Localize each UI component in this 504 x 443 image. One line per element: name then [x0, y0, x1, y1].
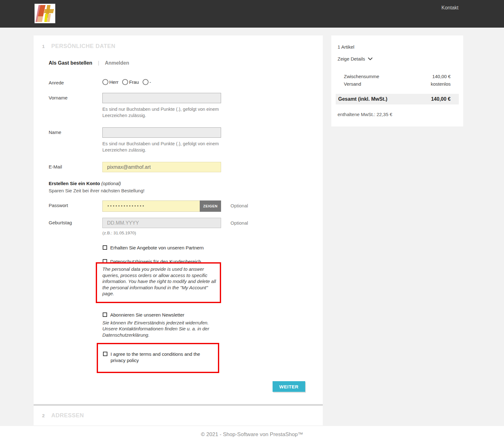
- copyright-text: © 2021 - Shop-Software von PrestaShop™: [201, 431, 303, 438]
- step-personal-data-section: 1 PERSÖNLICHE DATEN Als Gast bestellen |…: [34, 35, 323, 404]
- checkout-main: 1 PERSÖNLICHE DATEN Als Gast bestellen |…: [0, 28, 504, 443]
- partners-offers-row: Erhalten Sie Angebote von unseren Partne…: [102, 245, 323, 251]
- birthday-input[interactable]: [102, 218, 221, 228]
- email-label: E-Mail: [49, 162, 102, 169]
- cart-items-count: 1 Artikel: [338, 44, 463, 50]
- step2-title: ADRESSEN: [51, 412, 84, 419]
- partners-offers-label: Erhalten Sie Angebote von unseren Partne…: [110, 245, 204, 251]
- chevron-down-icon: [368, 57, 372, 60]
- create-account-subtitle: Sparen Sie Zeit bei ihrer nächsten Beste…: [49, 188, 323, 193]
- radio-none-label: -: [149, 79, 151, 85]
- checkout-mode-tabs: Als Gast bestellen | Anmelden: [49, 60, 323, 66]
- step-addresses-section[interactable]: 2 ADRESSEN: [34, 405, 323, 425]
- step1-number: 1: [42, 44, 45, 49]
- newsletter-checkbox[interactable]: [103, 312, 107, 317]
- birthday-optional-label: Optional: [230, 218, 248, 226]
- terms-highlight: I agree to the terms and conditions and …: [97, 343, 219, 373]
- privacy-notice-note: The personal data you provide is used to…: [102, 266, 217, 297]
- firstname-row: Vorname Es sind nur Buchstaben und Punkt…: [49, 93, 323, 119]
- salutation-row: Anrede Herr Frau -: [49, 78, 323, 85]
- tab-login[interactable]: Anmelden: [105, 60, 129, 66]
- subtotal-row: Zwischensumme 140,00 €: [344, 73, 451, 80]
- lastname-hint: Es sind nur Buchstaben und Punkte (.), g…: [102, 141, 221, 153]
- total-label: Gesamt (inkl. MwSt.): [338, 96, 387, 102]
- partners-offers-checkbox[interactable]: [103, 245, 107, 250]
- password-input[interactable]: [102, 200, 200, 212]
- email-row: E-Mail: [49, 162, 323, 172]
- show-password-button[interactable]: ZEIGEN: [200, 200, 221, 212]
- password-label: Passwort: [49, 200, 102, 208]
- tab-order-as-guest[interactable]: Als Gast bestellen: [49, 60, 92, 66]
- privacy-note-highlight: The personal data you provide is used to…: [96, 262, 221, 303]
- continue-button[interactable]: WEITER: [273, 381, 305, 392]
- contact-link[interactable]: Kontakt: [442, 5, 458, 28]
- step1-title: PERSÖNLICHE DATEN: [51, 43, 115, 50]
- shipping-row: Versand kostenlos: [344, 80, 451, 88]
- page-footer: © 2021 - Shop-Software von PrestaShop™: [0, 426, 504, 443]
- salutation-label: Anrede: [49, 78, 102, 85]
- birthday-row: Geburtstag (z.B.: 31.05.1970) Optional: [49, 218, 323, 235]
- brand-logo-icon: [35, 4, 55, 23]
- birthday-hint: (z.B.: 31.05.1970): [102, 231, 221, 235]
- newsletter-note: Sie können Ihr Einverständnis jederzeit …: [102, 320, 219, 338]
- terms-label: I agree to the terms and conditions and …: [111, 351, 214, 364]
- newsletter-row: Abonnieren Sie unseren Newsletter: [102, 312, 323, 318]
- subtotal-label: Zwischensumme: [344, 73, 379, 80]
- radio-herr[interactable]: [102, 79, 108, 85]
- shop-logo[interactable]: [35, 4, 55, 23]
- shipping-label: Versand: [344, 80, 361, 88]
- firstname-label: Vorname: [49, 93, 102, 100]
- lastname-input[interactable]: [102, 127, 221, 138]
- email-input[interactable]: [102, 162, 221, 172]
- total-row: Gesamt (inkl. MwSt.) 140,00 €: [336, 94, 459, 104]
- firstname-hint: Es sind nur Buchstaben und Punkte (.), g…: [102, 106, 221, 119]
- radio-none[interactable]: [143, 79, 149, 85]
- newsletter-label: Abonnieren Sie unseren Newsletter: [110, 312, 184, 318]
- birthday-label: Geburtstag: [49, 218, 102, 225]
- tab-separator: |: [98, 60, 99, 66]
- show-details-toggle[interactable]: Zeige Details: [338, 56, 463, 61]
- password-optional-label: Optional: [230, 200, 248, 208]
- radio-herr-label: Herr: [109, 79, 118, 85]
- radio-frau[interactable]: [122, 79, 128, 85]
- terms-checkbox[interactable]: [103, 352, 107, 356]
- create-account-optional: (optional): [101, 181, 121, 186]
- total-value: 140,00 €: [431, 96, 451, 102]
- create-account-title: Erstellen Sie ein Konto: [49, 181, 100, 186]
- radio-frau-label: Frau: [129, 79, 139, 85]
- subtotal-value: 140,00 €: [432, 73, 451, 80]
- firstname-input[interactable]: [102, 93, 221, 103]
- lastname-row: Name Es sind nur Buchstaben und Punkte (…: [49, 127, 323, 153]
- create-account-heading: Erstellen Sie ein Konto (optional): [49, 181, 323, 186]
- show-details-label: Zeige Details: [338, 56, 365, 61]
- top-header: Kontakt: [0, 0, 504, 28]
- password-row: Passwort ZEIGEN Optional: [49, 200, 323, 212]
- cart-summary: 1 Artikel Zeige Details Zwischensumme 14…: [331, 35, 463, 126]
- included-tax-note: enthaltene MwSt.: 22,35 €: [338, 112, 463, 117]
- lastname-label: Name: [49, 127, 102, 135]
- terms-row: I agree to the terms and conditions and …: [103, 351, 215, 364]
- shipping-value: kostenlos: [431, 80, 451, 88]
- step2-number: 2: [42, 413, 45, 418]
